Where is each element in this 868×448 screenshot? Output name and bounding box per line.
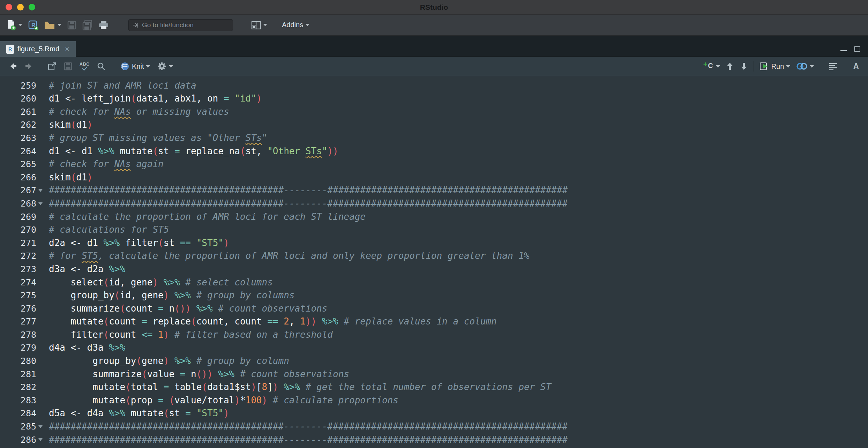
code-text[interactable]: ########################################… [49, 76, 568, 79]
print-button[interactable] [98, 20, 109, 30]
maximize-pane-icon[interactable] [854, 46, 860, 52]
pane-layout-button[interactable] [251, 21, 267, 30]
code-line[interactable]: 286#####################################… [0, 433, 868, 447]
previous-chunk-button[interactable] [726, 62, 734, 71]
settings-button[interactable] [157, 61, 173, 71]
tab-figure-5-rmd[interactable]: R figure_5.Rmd × [0, 41, 76, 57]
code-text[interactable]: mutate(count = replace(count, count == 2… [49, 315, 497, 328]
code-text[interactable]: ########################################… [49, 197, 568, 210]
code-line[interactable]: 270# calculations for ST5 [0, 223, 868, 237]
code-text[interactable]: # join ST and AMR loci data [49, 79, 196, 92]
code-line[interactable]: 263# group ST missing values as "Other S… [0, 132, 868, 145]
arrow-up-icon [726, 62, 734, 71]
code-line[interactable]: 271d2a <- d1 %>% filter(st == "ST5") [0, 237, 868, 250]
code-line[interactable]: 273d3a <- d2a %>% [0, 263, 868, 276]
code-text[interactable]: ########################################… [49, 184, 568, 197]
code-line[interactable]: 268#####################################… [0, 197, 868, 210]
code-text[interactable]: summarize(count = n()) %>% # count obser… [49, 302, 327, 315]
code-text[interactable]: # check for NAs or missing values [49, 105, 229, 119]
fold-spacer [36, 145, 49, 158]
code-line[interactable]: 262skim(d1) [0, 118, 868, 132]
code-text[interactable]: select(id, gene) %>% # select columns [49, 276, 273, 289]
save-button[interactable] [67, 20, 77, 30]
editor-tab-bar: R figure_5.Rmd × [0, 41, 868, 57]
code-text[interactable]: d2a <- d1 %>% filter(st == "ST5") [49, 237, 229, 250]
code-line[interactable]: 283 mutate(prop = (value/total)*100) # c… [0, 394, 868, 407]
code-text[interactable]: mutate(prop = (value/total)*100) # calcu… [49, 394, 398, 407]
code-text[interactable]: mutate(total = table(data1$st)[8]) %>% #… [49, 381, 551, 394]
code-text[interactable]: group_by(gene) %>% # group by column [49, 354, 289, 368]
code-line[interactable]: 282 mutate(total = table(data1$st)[8]) %… [0, 381, 868, 394]
save-all-button[interactable] [82, 20, 93, 30]
code-line[interactable]: 272# for ST5, calculate the proportion o… [0, 249, 868, 263]
code-text[interactable]: d1 <- d1 %>% mutate(st = replace_na(st, … [49, 145, 338, 158]
code-line[interactable]: 267#####################################… [0, 184, 868, 197]
code-text[interactable]: filter(count <= 1) # filter based on a t… [49, 328, 333, 342]
code-text[interactable]: d1 <- left_join(data1, abx1, on = "id") [49, 92, 262, 105]
back-button[interactable] [8, 62, 17, 71]
fold-toggle-icon[interactable] [36, 76, 49, 79]
code-text[interactable]: # calculations for ST5 [49, 223, 169, 237]
forward-button[interactable] [24, 62, 33, 71]
code-line[interactable]: 285#####################################… [0, 420, 868, 433]
fold-toggle-icon[interactable] [36, 184, 49, 197]
code-line[interactable]: 277 mutate(count = replace(count, count … [0, 315, 868, 328]
code-line[interactable]: 258#####################################… [0, 76, 868, 79]
fold-spacer [36, 302, 49, 315]
code-text[interactable]: # group ST missing values as "Other STs" [49, 132, 267, 145]
code-text[interactable]: skim(d1) [49, 118, 92, 132]
code-area: 258#####################################… [0, 76, 868, 446]
knit-button[interactable]: Knit [120, 61, 150, 71]
code-line[interactable]: 265# check for NAs again [0, 158, 868, 171]
code-text[interactable]: # for ST5, calculate the proportion of A… [49, 249, 530, 263]
code-line[interactable]: 259# join ST and AMR loci data [0, 79, 868, 92]
code-text[interactable]: skim(d1) [49, 171, 92, 184]
code-text[interactable]: d3a <- d2a %>% [49, 263, 125, 276]
code-text[interactable]: d5a <- d4a %>% mutate(st = "ST5") [49, 407, 229, 420]
code-line[interactable]: 260d1 <- left_join(data1, abx1, on = "id… [0, 92, 868, 105]
code-line[interactable]: 284d5a <- d4a %>% mutate(st = "ST5") [0, 407, 868, 420]
code-text[interactable]: # calculate the proportion of AMR loci f… [49, 210, 366, 224]
run-button[interactable]: Run [760, 62, 791, 71]
code-line[interactable]: 264d1 <- d1 %>% mutate(st = replace_na(s… [0, 145, 868, 158]
code-text[interactable]: ########################################… [49, 433, 568, 447]
code-line[interactable]: 261# check for NAs or missing values [0, 105, 868, 119]
code-line[interactable]: 266skim(d1) [0, 171, 868, 184]
code-line[interactable]: 280 group_by(gene) %>% # group by column [0, 354, 868, 368]
document-outline-button[interactable] [829, 62, 838, 70]
chevron-down-icon [305, 24, 309, 26]
open-new-window-button[interactable] [47, 62, 57, 71]
spellcheck-button[interactable]: ABC [80, 62, 90, 70]
code-line[interactable]: 279d4a <- d3a %>% [0, 341, 868, 354]
save-source-button[interactable] [63, 62, 73, 71]
fold-toggle-icon[interactable] [36, 433, 49, 447]
open-file-button[interactable] [44, 20, 61, 30]
code-text[interactable]: summarize(value = n()) %>% # count obser… [49, 368, 349, 381]
next-chunk-button[interactable] [740, 62, 748, 71]
addins-button[interactable]: Addins [282, 21, 309, 29]
code-line[interactable]: 278 filter(count <= 1) # filter based on… [0, 328, 868, 342]
fold-toggle-icon[interactable] [36, 420, 49, 433]
goto-input[interactable] [142, 21, 229, 29]
code-line[interactable]: 281 summarize(value = n()) %>% # count o… [0, 368, 868, 381]
line-number: 262 [0, 118, 36, 132]
text-options-button[interactable]: A [843, 62, 859, 71]
code-text[interactable]: ########################################… [49, 420, 568, 433]
minimize-pane-icon[interactable] [840, 50, 847, 51]
code-editor[interactable]: 258#####################################… [0, 76, 868, 448]
code-text[interactable]: d4a <- d3a %>% [49, 341, 125, 354]
tab-close-icon[interactable]: × [65, 45, 69, 53]
code-text[interactable]: # check for NAs again [49, 158, 164, 171]
code-text[interactable]: group_by(id, gene) %>% # group by column… [49, 289, 294, 302]
code-line[interactable]: 275 group_by(id, gene) %>% # group by co… [0, 289, 868, 302]
publish-button[interactable] [796, 62, 814, 71]
outline-lines-icon [829, 62, 838, 70]
find-replace-button[interactable] [97, 62, 106, 71]
code-line[interactable]: 269# calculate the proportion of AMR loc… [0, 210, 868, 224]
fold-toggle-icon[interactable] [36, 197, 49, 210]
new-project-button[interactable]: R [28, 20, 38, 30]
code-line[interactable]: 276 summarize(count = n()) %>% # count o… [0, 302, 868, 315]
insert-chunk-button[interactable]: + C [703, 62, 720, 71]
code-line[interactable]: 274 select(id, gene) %>% # select column… [0, 276, 868, 289]
new-file-button[interactable] [6, 20, 22, 31]
